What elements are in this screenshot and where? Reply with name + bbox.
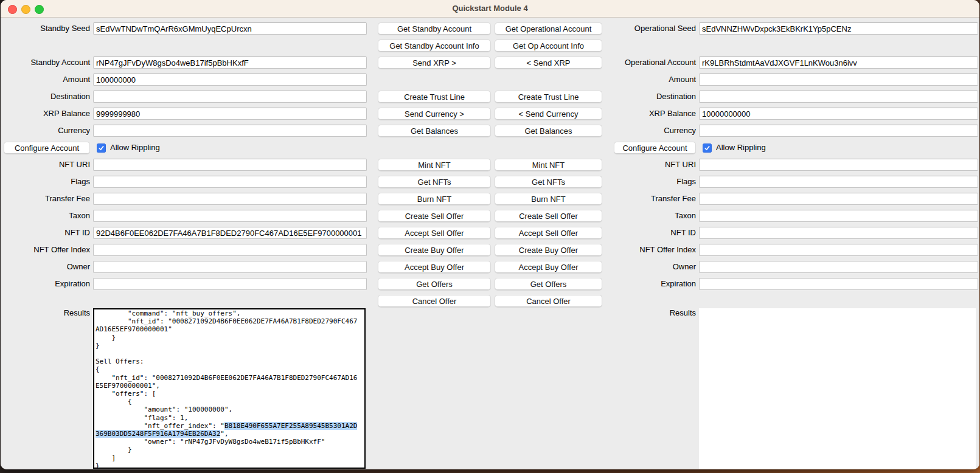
operational-currency-input[interactable] [699,125,978,137]
operational-xrp-balance-label: XRP Balance [602,108,696,120]
standby-buttons-column: Get Standby Account Get Standby Account … [378,22,491,307]
standby-xrp-balance-input[interactable] [93,108,367,120]
operational-nft-offer-index-label: NFT Offer Index [602,244,696,256]
operational-accept-buy-offer-button[interactable]: Accept Buy Offer [495,261,602,273]
standby-create-sell-offer-button[interactable]: Create Sell Offer [378,210,491,222]
operational-seed-input[interactable] [699,22,978,35]
get-standby-account-button[interactable]: Get Standby Account [378,22,491,35]
operational-xrp-balance-input[interactable] [699,108,978,120]
operational-owner-label: Owner [602,261,696,273]
operational-nft-uri-input[interactable] [699,159,978,171]
operational-get-offers-button[interactable]: Get Offers [495,278,602,290]
standby-get-offers-button[interactable]: Get Offers [378,278,491,290]
standby-cancel-offer-button[interactable]: Cancel Offer [378,295,491,307]
standby-accept-buy-offer-button[interactable]: Accept Buy Offer [378,261,491,273]
operational-nft-uri-label: NFT URI [602,159,696,171]
window-title: Quickstart Module 4 [1,0,979,17]
spacer [602,40,696,52]
standby-seed-label: Standby Seed [1,22,90,35]
operational-mint-nft-button[interactable]: Mint NFT [495,159,602,171]
operational-taxon-label: Taxon [602,210,696,222]
spacer [699,40,978,52]
operational-nft-id-label: NFT ID [602,227,696,239]
operational-allow-rippling-checkbox[interactable] [703,143,712,153]
standby-configure-account-button[interactable]: Configure Account [4,142,90,154]
standby-destination-input[interactable] [93,91,367,103]
standby-results-label: Results [1,308,90,317]
operational-seed-label: Operational Seed [602,22,696,35]
standby-get-balances-button[interactable]: Get Balances [378,125,491,137]
operational-amount-input[interactable] [699,74,978,86]
standby-nft-id-label: NFT ID [1,227,90,239]
standby-amount-input[interactable] [93,74,367,86]
get-standby-account-info-button[interactable]: Get Standby Account Info [378,40,491,52]
operational-transfer-fee-input[interactable] [699,193,978,205]
operational-currency-label: Currency [602,125,696,137]
standby-flags-input[interactable] [93,176,367,188]
standby-nft-offer-index-input[interactable] [93,244,367,256]
operational-results-box[interactable] [699,308,976,469]
operational-flags-input[interactable] [699,176,978,188]
standby-seed-input[interactable] [93,22,367,35]
operational-nft-id-input[interactable] [699,227,978,239]
spacer [378,74,491,86]
standby-accept-sell-offer-button[interactable]: Accept Sell Offer [378,227,491,239]
operational-cancel-offer-button[interactable]: Cancel Offer [495,295,602,307]
standby-inputs-column: Allow Rippling [93,22,367,307]
standby-create-trust-line-button[interactable]: Create Trust Line [378,91,491,103]
standby-account-input[interactable] [93,57,367,69]
operational-create-buy-offer-button[interactable]: Create Buy Offer [495,244,602,256]
standby-burn-nft-button[interactable]: Burn NFT [378,193,491,205]
operational-destination-label: Destination [602,91,696,103]
standby-results-box[interactable]: "command": "nft_buy_offers", "nft_id": "… [93,308,366,469]
operational-get-nfts-button[interactable]: Get NFTs [495,176,602,188]
send-xrp-left-button[interactable]: < Send XRP [495,57,602,69]
send-currency-right-button[interactable]: Send Currency > [378,108,491,120]
standby-currency-input[interactable] [93,125,367,137]
standby-allow-rippling-label: Allow Rippling [110,142,160,154]
standby-labels-column: Standby Seed Standby Account Amount Dest… [1,22,90,307]
operational-expiration-input[interactable] [699,278,978,290]
standby-amount-label: Amount [1,74,90,86]
window-titlebar[interactable]: Quickstart Module 4 [1,0,979,18]
operational-owner-input[interactable] [699,261,978,273]
spacer [602,295,696,307]
spacer [93,295,367,307]
main-content: Standby Seed Standby Account Amount Dest… [1,18,979,469]
send-xrp-right-button[interactable]: Send XRP > [378,57,491,69]
standby-nft-uri-input[interactable] [93,159,367,171]
standby-transfer-fee-label: Transfer Fee [1,193,90,205]
operational-flags-label: Flags [602,176,696,188]
app-window: Quickstart Module 4 Standby Seed Standby… [1,0,979,469]
standby-expiration-input[interactable] [93,278,367,290]
standby-mint-nft-button[interactable]: Mint NFT [378,159,491,171]
standby-create-buy-offer-button[interactable]: Create Buy Offer [378,244,491,256]
get-op-account-info-button[interactable]: Get Op Account Info [495,40,602,52]
standby-nft-id-input[interactable] [93,227,367,239]
standby-transfer-fee-input[interactable] [93,193,367,205]
spacer [93,40,367,52]
operational-create-trust-line-button[interactable]: Create Trust Line [495,91,602,103]
standby-get-nfts-button[interactable]: Get NFTs [378,176,491,188]
get-operational-account-button[interactable]: Get Operational Account [495,22,602,35]
operational-accept-sell-offer-button[interactable]: Accept Sell Offer [495,227,602,239]
operational-transfer-fee-label: Transfer Fee [602,193,696,205]
standby-owner-input[interactable] [93,261,367,273]
standby-allow-rippling-checkbox[interactable] [97,143,106,153]
operational-taxon-input[interactable] [699,210,978,222]
operational-configure-account-button[interactable]: Configure Account [614,142,696,154]
operational-results-label: Results [602,308,696,317]
operational-burn-nft-button[interactable]: Burn NFT [495,193,602,205]
operational-nft-offer-index-input[interactable] [699,244,978,256]
standby-owner-label: Owner [1,261,90,273]
standby-taxon-input[interactable] [93,210,367,222]
standby-account-label: Standby Account [1,57,90,69]
operational-destination-input[interactable] [699,91,978,103]
operational-get-balances-button[interactable]: Get Balances [495,125,602,137]
send-currency-left-button[interactable]: < Send Currency [495,108,602,120]
operational-allow-rippling-label: Allow Rippling [716,142,766,154]
spacer [699,295,978,307]
operational-create-sell-offer-button[interactable]: Create Sell Offer [495,210,602,222]
operational-account-input[interactable] [699,57,978,69]
operational-account-label: Operational Account [602,57,696,69]
